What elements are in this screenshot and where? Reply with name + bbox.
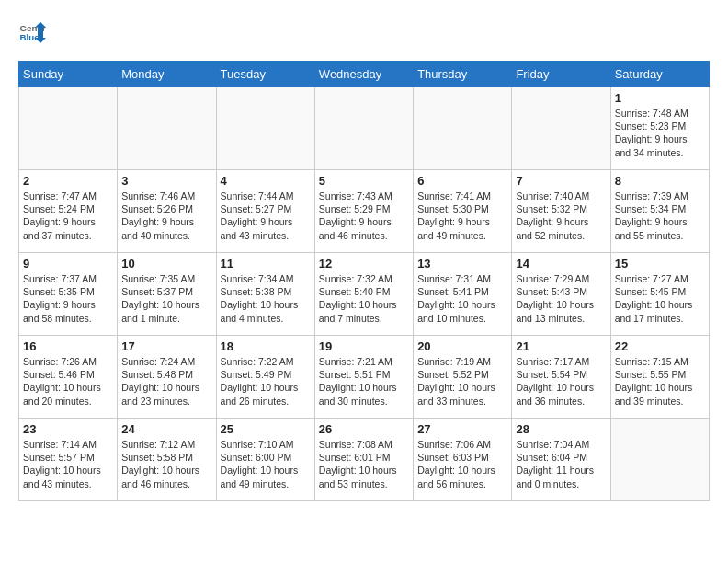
day-number: 25 [221,422,311,436]
day-info: Sunrise: 7:47 AM Sunset: 5:24 PM Dayligh… [23,190,113,242]
calendar-cell: 16Sunrise: 7:26 AM Sunset: 5:46 PM Dayli… [19,336,118,419]
day-number: 14 [516,257,606,270]
day-number: 5 [319,174,409,188]
day-info: Sunrise: 7:06 AM Sunset: 6:03 PM Dayligh… [417,438,507,490]
calendar-cell: 17Sunrise: 7:24 AM Sunset: 5:48 PM Dayli… [118,336,216,419]
calendar-cell: 11Sunrise: 7:34 AM Sunset: 5:38 PM Dayli… [216,253,314,336]
day-number: 21 [516,339,606,353]
day-number: 7 [516,174,606,188]
day-number: 3 [121,174,211,188]
day-number: 17 [121,339,211,353]
day-info: Sunrise: 7:17 AM Sunset: 5:54 PM Dayligh… [516,355,606,408]
calendar-cell: 3Sunrise: 7:46 AM Sunset: 5:26 PM Daylig… [118,170,216,253]
day-number: 8 [615,174,705,188]
calendar-cell: 13Sunrise: 7:31 AM Sunset: 5:41 PM Dayli… [414,253,512,336]
calendar-cell: 22Sunrise: 7:15 AM Sunset: 5:55 PM Dayli… [610,336,709,419]
day-info: Sunrise: 7:48 AM Sunset: 5:23 PM Dayligh… [615,107,705,159]
calendar-cell: 5Sunrise: 7:43 AM Sunset: 5:29 PM Daylig… [314,170,413,253]
day-number: 27 [417,422,507,436]
day-info: Sunrise: 7:29 AM Sunset: 5:43 PM Dayligh… [516,272,606,325]
weekday-header-sunday: Sunday [19,62,118,87]
day-number: 10 [121,257,211,270]
calendar-cell [216,87,314,170]
calendar-cell: 23Sunrise: 7:14 AM Sunset: 5:57 PM Dayli… [19,419,118,501]
day-number: 20 [417,339,507,353]
calendar-cell: 6Sunrise: 7:41 AM Sunset: 5:30 PM Daylig… [414,170,512,253]
day-number: 23 [23,422,113,436]
day-info: Sunrise: 7:39 AM Sunset: 5:34 PM Dayligh… [615,190,705,242]
day-number: 24 [121,422,211,436]
day-info: Sunrise: 7:35 AM Sunset: 5:37 PM Dayligh… [121,272,211,325]
calendar-cell: 2Sunrise: 7:47 AM Sunset: 5:24 PM Daylig… [19,170,118,253]
day-info: Sunrise: 7:15 AM Sunset: 5:55 PM Dayligh… [615,355,705,408]
day-info: Sunrise: 7:37 AM Sunset: 5:35 PM Dayligh… [23,272,113,325]
calendar-cell [414,87,512,170]
day-info: Sunrise: 7:43 AM Sunset: 5:29 PM Dayligh… [319,190,409,242]
calendar-week-row: 16Sunrise: 7:26 AM Sunset: 5:46 PM Dayli… [19,336,710,419]
day-info: Sunrise: 7:34 AM Sunset: 5:38 PM Dayligh… [221,272,311,325]
day-info: Sunrise: 7:19 AM Sunset: 5:52 PM Dayligh… [417,355,507,408]
calendar-cell: 19Sunrise: 7:21 AM Sunset: 5:51 PM Dayli… [314,336,413,419]
calendar-cell: 1Sunrise: 7:48 AM Sunset: 5:23 PM Daylig… [610,87,709,170]
day-info: Sunrise: 7:24 AM Sunset: 5:48 PM Dayligh… [121,355,211,408]
day-info: Sunrise: 7:26 AM Sunset: 5:46 PM Dayligh… [23,355,113,408]
calendar-cell [118,87,216,170]
day-number: 6 [417,174,507,188]
day-number: 22 [615,339,705,353]
calendar-cell [314,87,413,170]
day-number: 18 [221,339,311,353]
day-number: 16 [23,339,113,353]
day-number: 15 [615,257,705,270]
day-number: 26 [319,422,409,436]
page-header: General Blue [18,18,710,46]
calendar-cell [512,87,610,170]
calendar-cell: 12Sunrise: 7:32 AM Sunset: 5:40 PM Dayli… [314,253,413,336]
calendar-cell: 26Sunrise: 7:08 AM Sunset: 6:01 PM Dayli… [314,419,413,501]
day-info: Sunrise: 7:10 AM Sunset: 6:00 PM Dayligh… [221,438,311,490]
day-number: 11 [221,257,311,270]
calendar-week-row: 9Sunrise: 7:37 AM Sunset: 5:35 PM Daylig… [19,253,710,336]
day-number: 2 [23,174,113,188]
day-number: 13 [417,257,507,270]
day-info: Sunrise: 7:04 AM Sunset: 6:04 PM Dayligh… [516,438,606,490]
weekday-header-wednesday: Wednesday [314,62,413,87]
day-number: 9 [23,257,113,270]
weekday-header-tuesday: Tuesday [216,62,314,87]
calendar-cell: 28Sunrise: 7:04 AM Sunset: 6:04 PM Dayli… [512,419,610,501]
calendar-cell: 14Sunrise: 7:29 AM Sunset: 5:43 PM Dayli… [512,253,610,336]
calendar-cell: 9Sunrise: 7:37 AM Sunset: 5:35 PM Daylig… [19,253,118,336]
calendar-cell: 8Sunrise: 7:39 AM Sunset: 5:34 PM Daylig… [610,170,709,253]
day-info: Sunrise: 7:21 AM Sunset: 5:51 PM Dayligh… [319,355,409,408]
day-info: Sunrise: 7:14 AM Sunset: 5:57 PM Dayligh… [23,438,113,490]
day-number: 28 [516,422,606,436]
weekday-header-monday: Monday [118,62,216,87]
calendar-cell: 4Sunrise: 7:44 AM Sunset: 5:27 PM Daylig… [216,170,314,253]
weekday-header-saturday: Saturday [610,62,709,87]
calendar-cell: 15Sunrise: 7:27 AM Sunset: 5:45 PM Dayli… [610,253,709,336]
calendar-week-row: 23Sunrise: 7:14 AM Sunset: 5:57 PM Dayli… [19,419,710,501]
calendar-cell: 10Sunrise: 7:35 AM Sunset: 5:37 PM Dayli… [118,253,216,336]
calendar-cell: 20Sunrise: 7:19 AM Sunset: 5:52 PM Dayli… [414,336,512,419]
svg-text:Blue: Blue [20,32,40,42]
day-info: Sunrise: 7:08 AM Sunset: 6:01 PM Dayligh… [319,438,409,490]
calendar-cell: 25Sunrise: 7:10 AM Sunset: 6:00 PM Dayli… [216,419,314,501]
day-number: 1 [615,91,705,105]
calendar-cell: 21Sunrise: 7:17 AM Sunset: 5:54 PM Dayli… [512,336,610,419]
day-info: Sunrise: 7:22 AM Sunset: 5:49 PM Dayligh… [221,355,311,408]
day-info: Sunrise: 7:32 AM Sunset: 5:40 PM Dayligh… [319,272,409,325]
calendar-cell: 18Sunrise: 7:22 AM Sunset: 5:49 PM Dayli… [216,336,314,419]
calendar-week-row: 2Sunrise: 7:47 AM Sunset: 5:24 PM Daylig… [19,170,710,253]
day-number: 4 [221,174,311,188]
weekday-header-thursday: Thursday [414,62,512,87]
calendar-cell: 7Sunrise: 7:40 AM Sunset: 5:32 PM Daylig… [512,170,610,253]
day-info: Sunrise: 7:40 AM Sunset: 5:32 PM Dayligh… [516,190,606,242]
calendar-cell [19,87,118,170]
logo: General Blue [18,18,50,46]
calendar-cell [610,419,709,501]
day-info: Sunrise: 7:41 AM Sunset: 5:30 PM Dayligh… [417,190,507,242]
day-info: Sunrise: 7:44 AM Sunset: 5:27 PM Dayligh… [221,190,311,242]
day-info: Sunrise: 7:12 AM Sunset: 5:58 PM Dayligh… [121,438,211,490]
day-info: Sunrise: 7:46 AM Sunset: 5:26 PM Dayligh… [121,190,211,242]
calendar-cell: 27Sunrise: 7:06 AM Sunset: 6:03 PM Dayli… [414,419,512,501]
calendar-header-row: SundayMondayTuesdayWednesdayThursdayFrid… [19,62,710,87]
